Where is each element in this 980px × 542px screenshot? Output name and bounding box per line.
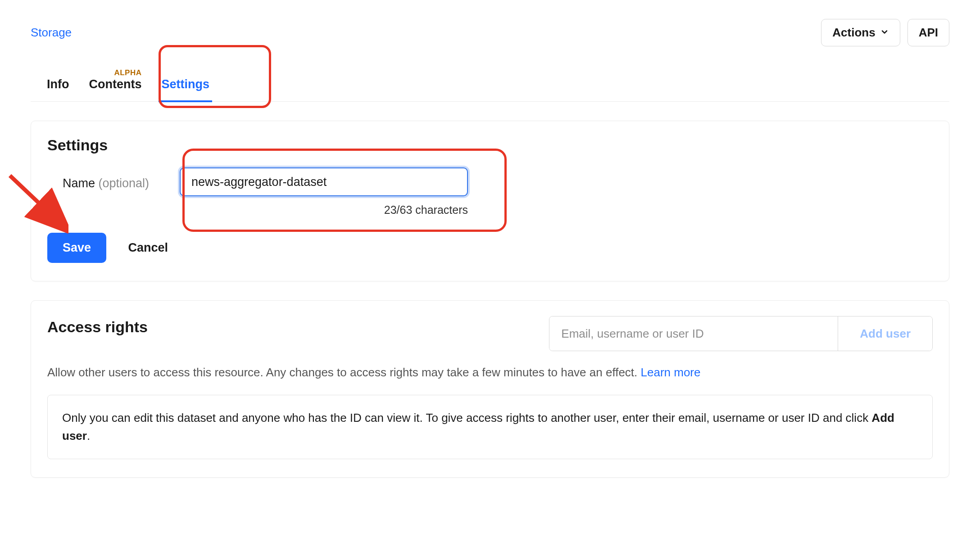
user-input[interactable] bbox=[549, 316, 838, 351]
tab-info[interactable]: . Info bbox=[47, 69, 69, 101]
actions-label: Actions bbox=[832, 26, 875, 40]
tab-contents[interactable]: ALPHA Contents bbox=[89, 69, 141, 101]
tab-contents-label: Contents bbox=[89, 77, 141, 91]
chevron-down-icon bbox=[880, 26, 889, 40]
user-add-group: Add user bbox=[549, 316, 933, 351]
tab-info-label: Info bbox=[47, 77, 69, 91]
name-label-text: Name bbox=[63, 176, 99, 190]
char-count: 23/63 characters bbox=[180, 203, 468, 217]
tab-contents-badge: ALPHA bbox=[89, 69, 141, 77]
info-prefix: Only you can edit this dataset and anyon… bbox=[62, 411, 871, 425]
settings-card: Settings Name (optional) 23/63 character… bbox=[31, 121, 949, 281]
access-rights-card: Access rights Add user Allow other users… bbox=[31, 300, 949, 478]
name-row: Name (optional) 23/63 characters bbox=[47, 167, 933, 217]
name-label: Name (optional) bbox=[47, 167, 160, 190]
access-title: Access rights bbox=[47, 318, 148, 336]
save-button[interactable]: Save bbox=[47, 233, 106, 263]
settings-title: Settings bbox=[47, 136, 933, 154]
name-optional: (optional) bbox=[99, 176, 150, 190]
name-input[interactable] bbox=[180, 167, 468, 196]
access-info-box: Only you can edit this dataset and anyon… bbox=[47, 395, 933, 459]
api-button[interactable]: API bbox=[907, 19, 949, 46]
cancel-button[interactable]: Cancel bbox=[128, 241, 168, 255]
top-actions: Actions API bbox=[821, 19, 949, 46]
add-user-button[interactable]: Add user bbox=[838, 316, 932, 351]
breadcrumb-storage[interactable]: Storage bbox=[31, 26, 72, 40]
actions-button[interactable]: Actions bbox=[821, 19, 900, 46]
learn-more-link[interactable]: Learn more bbox=[641, 366, 701, 379]
access-description: Allow other users to access this resourc… bbox=[47, 366, 933, 379]
tab-settings-label: Settings bbox=[161, 77, 209, 91]
tab-settings[interactable]: . Settings bbox=[161, 69, 209, 101]
tabs: . Info ALPHA Contents . Settings bbox=[31, 69, 949, 102]
access-desc-text: Allow other users to access this resourc… bbox=[47, 366, 641, 379]
info-suffix: . bbox=[87, 429, 90, 443]
